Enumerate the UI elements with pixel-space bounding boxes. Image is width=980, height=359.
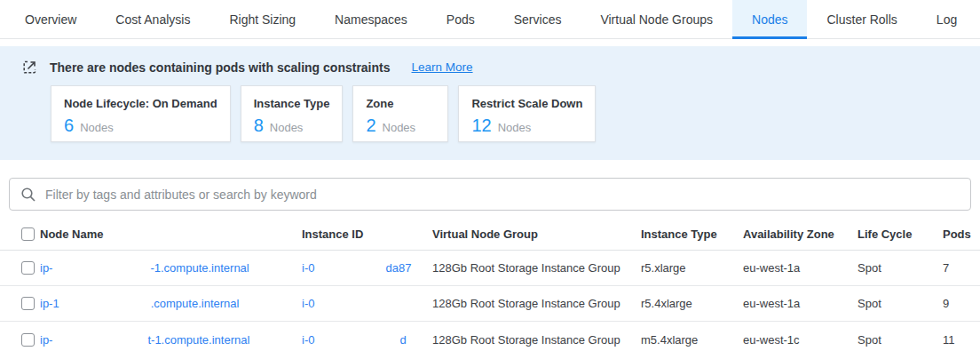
tab-nodes[interactable]: Nodes	[732, 0, 807, 38]
card-restrict-scale-down[interactable]: Restrict Scale Down 12 Nodes	[458, 85, 596, 142]
tab-bar: Overview Cost Analysis Right Sizing Name…	[0, 0, 980, 39]
card-node-lifecycle[interactable]: Node Lifecycle: On Demand 6 Nodes	[51, 85, 231, 142]
virtual-node-group-cell: 128Gb Root Storage Instance Group	[432, 297, 641, 310]
tab-right-sizing[interactable]: Right Sizing	[209, 0, 315, 38]
node-name-link[interactable]: t-1.compute.internal	[147, 333, 249, 347]
tab-virtual-node-groups[interactable]: Virtual Node Groups	[581, 0, 732, 38]
tab-cost-analysis[interactable]: Cost Analysis	[96, 0, 209, 38]
instance-type-cell: m5.4xlarge	[641, 333, 743, 347]
constraint-cards: Node Lifecycle: On Demand 6 Nodes Instan…	[51, 85, 980, 142]
node-name-link[interactable]: ip-	[40, 261, 52, 275]
availability-zone-cell: eu-west-1c	[743, 333, 858, 347]
row-checkbox[interactable]	[21, 333, 35, 347]
table-header-row: Node Name Instance ID Virtual Node Group…	[0, 219, 980, 251]
instance-id-link[interactable]: i-0	[302, 333, 314, 347]
card-value: 12	[471, 116, 491, 136]
life-cycle-cell: Spot	[858, 261, 943, 275]
node-name-link[interactable]: ip-	[40, 333, 52, 347]
col-header-instance-type: Instance Type	[641, 227, 743, 241]
card-value: 8	[254, 116, 264, 136]
pods-cell: 7	[943, 261, 980, 275]
virtual-node-group-cell: 128Gb Root Storage Instance Group	[432, 333, 641, 347]
search-icon	[20, 187, 36, 203]
card-instance-type[interactable]: Instance Type 8 Nodes	[241, 85, 344, 142]
node-name-link[interactable]: -1.compute.internal	[150, 261, 249, 275]
instance-id-link[interactable]: d	[399, 333, 406, 347]
col-header-node-name: Node Name	[40, 227, 302, 241]
search-input[interactable]	[45, 187, 960, 202]
card-unit: Nodes	[80, 121, 114, 134]
instance-type-cell: r5.xlarge	[641, 261, 743, 275]
card-unit: Nodes	[270, 121, 304, 134]
instance-id-link[interactable]: i-0	[302, 297, 314, 310]
card-title: Restrict Scale Down	[471, 97, 582, 110]
tab-log[interactable]: Log	[917, 0, 976, 38]
card-zone[interactable]: Zone 2 Nodes	[352, 85, 448, 142]
instance-id-link[interactable]: i-0	[302, 261, 314, 275]
card-unit: Nodes	[498, 121, 532, 134]
col-header-life-cycle: Life Cycle	[858, 227, 943, 241]
scaling-constraints-banner: There are nodes containing pods with sca…	[0, 46, 980, 160]
tab-services[interactable]: Services	[494, 0, 581, 38]
col-header-availability-zone: Availability Zone	[743, 227, 858, 241]
row-checkbox[interactable]	[21, 297, 35, 310]
col-header-instance-id: Instance ID	[302, 227, 432, 241]
filter-search-box	[9, 178, 971, 211]
instance-type-cell: r5.4xlarge	[641, 297, 743, 310]
table-row: ip-1.compute.internal i-0 128Gb Root Sto…	[0, 286, 980, 322]
tab-cluster-rolls[interactable]: Cluster Rolls	[807, 0, 916, 38]
card-value: 2	[366, 116, 375, 136]
col-header-virtual-node-group: Virtual Node Group	[432, 227, 641, 241]
card-value: 6	[64, 116, 74, 136]
card-title: Node Lifecycle: On Demand	[64, 97, 217, 110]
pods-cell: 9	[943, 297, 980, 310]
tab-pods[interactable]: Pods	[427, 0, 494, 38]
card-title: Instance Type	[254, 97, 330, 110]
row-checkbox[interactable]	[21, 261, 35, 275]
card-unit: Nodes	[383, 121, 416, 134]
availability-zone-cell: eu-west-1a	[743, 261, 858, 275]
pods-cell: 11	[943, 333, 980, 347]
scale-up-icon	[22, 60, 37, 75]
availability-zone-cell: eu-west-1a	[743, 297, 858, 310]
banner-message: There are nodes containing pods with sca…	[50, 60, 391, 75]
card-title: Zone	[366, 97, 435, 110]
life-cycle-cell: Spot	[858, 333, 943, 347]
tab-namespaces[interactable]: Namespaces	[315, 0, 427, 38]
node-name-link[interactable]: ip-1	[40, 297, 59, 310]
table-row: ip--1.compute.internal i-0da87 128Gb Roo…	[0, 251, 980, 286]
node-name-link[interactable]: .compute.internal	[151, 297, 240, 310]
table-row: ip-t-1.compute.internal i-0d 128Gb Root …	[0, 322, 980, 357]
learn-more-link[interactable]: Learn More	[412, 60, 473, 74]
col-header-pods: Pods	[943, 227, 980, 241]
instance-id-link[interactable]: da87	[385, 261, 411, 275]
tab-overview[interactable]: Overview	[5, 0, 96, 38]
virtual-node-group-cell: 128Gb Root Storage Instance Group	[432, 261, 641, 275]
select-all-checkbox[interactable]	[21, 227, 35, 241]
life-cycle-cell: Spot	[858, 297, 943, 310]
nodes-table: Node Name Instance ID Virtual Node Group…	[0, 219, 980, 357]
